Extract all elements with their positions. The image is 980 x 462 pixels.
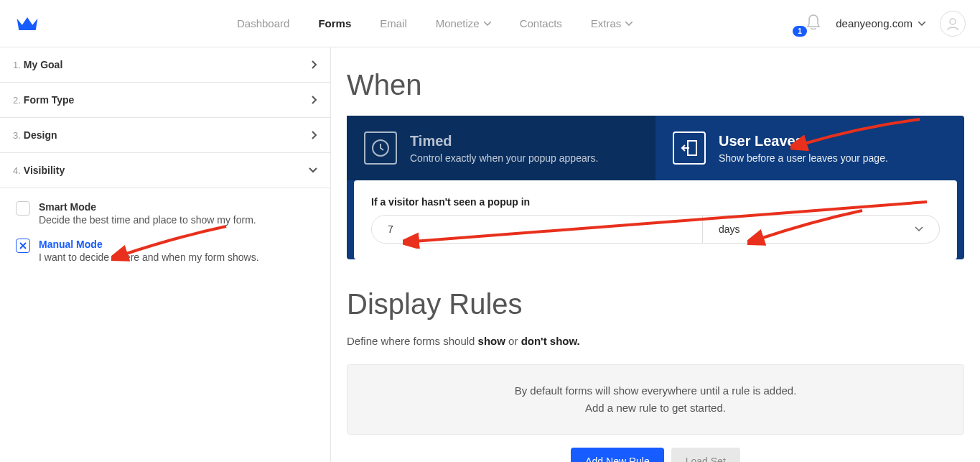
tab-title: User Leaves — [719, 133, 888, 149]
option-smart-mode[interactable]: Smart Mode Decide the best time and plac… — [16, 201, 317, 226]
option-title: Manual Mode — [39, 239, 317, 250]
step-visibility[interactable]: 4.Visibility — [0, 153, 330, 188]
chevron-down-icon — [915, 226, 923, 232]
nav-email[interactable]: Email — [380, 17, 407, 29]
logo[interactable] — [14, 14, 72, 34]
chevron-down-icon — [625, 22, 633, 26]
tab-desc: Show before a user leaves your page. — [719, 152, 888, 164]
clock-icon — [364, 131, 397, 165]
nav-forms[interactable]: Forms — [318, 17, 351, 29]
account-domain: deanyeong.com — [836, 17, 913, 29]
rules-empty-line2: Add a new rule to get started. — [365, 399, 946, 417]
tab-user-leaves[interactable]: User Leaves Show before a user leaves yo… — [655, 116, 964, 180]
option-manual-mode[interactable]: Manual Mode I want to decide where and w… — [16, 239, 317, 263]
user-icon — [946, 17, 960, 31]
condition-label: If a visitor hasn't seen a popup in — [371, 196, 940, 208]
when-heading: When — [347, 69, 964, 101]
add-new-rule-button[interactable]: Add New Rule — [571, 448, 664, 462]
chevron-down-icon — [918, 22, 925, 26]
rules-actions: Add New Rule Load Set — [347, 448, 964, 462]
condition-unit-select[interactable]: days — [702, 216, 939, 243]
step-design[interactable]: 3.Design — [0, 118, 330, 153]
when-body: If a visitor hasn't seen a popup in days — [354, 180, 957, 259]
main-nav: Dashboard Forms Email Monetize Contacts … — [237, 17, 633, 29]
tab-desc: Control exactly when your popup appears. — [410, 152, 598, 164]
when-tabs: Timed Control exactly when your popup ap… — [347, 116, 964, 180]
nav-extras[interactable]: Extras — [591, 17, 633, 29]
checkbox[interactable] — [16, 239, 30, 253]
notification-count: 1 — [793, 26, 807, 37]
rules-subtext: Define where forms should show or don't … — [347, 335, 964, 347]
avatar[interactable] — [940, 11, 966, 37]
option-desc: Decide the best time and place to show m… — [39, 214, 317, 226]
nav-contacts[interactable]: Contacts — [520, 17, 562, 29]
header-right: 1 deanyeong.com — [806, 11, 966, 37]
load-set-button[interactable]: Load Set — [671, 448, 740, 462]
step-my-goal[interactable]: 1.My Goal — [0, 47, 330, 83]
rules-empty-state: By default forms will show everywhere un… — [347, 364, 964, 435]
svg-point-0 — [950, 19, 956, 24]
chevron-right-icon — [312, 96, 317, 104]
nav-monetize[interactable]: Monetize — [436, 17, 491, 29]
option-desc: I want to decide where and when my form … — [39, 251, 317, 263]
exit-icon — [673, 131, 706, 165]
chevron-down-icon — [309, 167, 317, 173]
condition-input-row: days — [371, 215, 940, 244]
condition-value-input[interactable] — [372, 216, 702, 243]
rules-empty-line1: By default forms will show everywhere un… — [365, 382, 946, 399]
chevron-right-icon — [312, 131, 317, 139]
when-panel: Timed Control exactly when your popup ap… — [347, 116, 964, 259]
rules-heading: Display Rules — [347, 288, 964, 320]
main-content: When Timed Control exactly when your pop… — [331, 47, 980, 462]
step-form-type[interactable]: 2.Form Type — [0, 83, 330, 118]
crown-icon — [14, 14, 40, 34]
chevron-down-icon — [484, 22, 491, 26]
nav-dashboard[interactable]: Dashboard — [237, 17, 289, 29]
sidebar: 1.My Goal 2.Form Type 3.Design 4.Visibil… — [0, 47, 331, 462]
notifications[interactable]: 1 — [806, 14, 821, 34]
visibility-options: Smart Mode Decide the best time and plac… — [0, 188, 330, 289]
chevron-right-icon — [312, 60, 317, 69]
checkbox[interactable] — [16, 201, 30, 216]
header: Dashboard Forms Email Monetize Contacts … — [0, 0, 980, 47]
tab-timed[interactable]: Timed Control exactly when your popup ap… — [347, 116, 655, 180]
account-menu[interactable]: deanyeong.com — [836, 17, 925, 29]
x-icon — [19, 242, 27, 249]
option-title: Smart Mode — [39, 201, 317, 213]
tab-title: Timed — [410, 133, 598, 149]
bell-icon — [806, 14, 821, 31]
